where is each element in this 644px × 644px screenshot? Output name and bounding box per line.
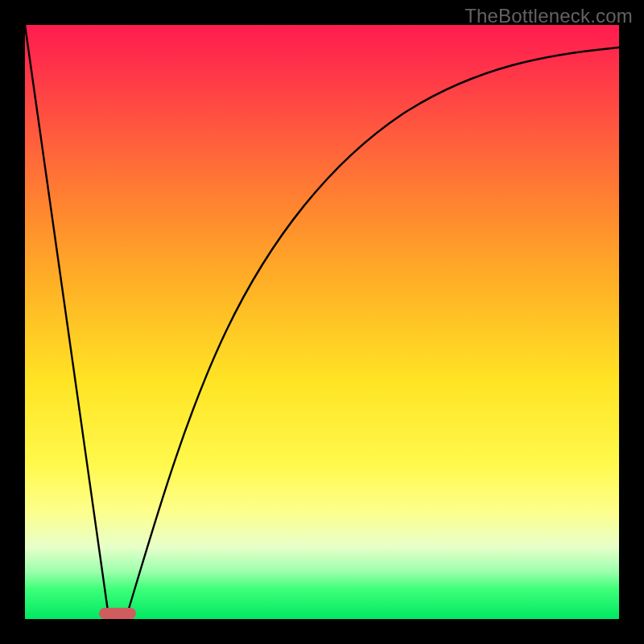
plot-area: [25, 25, 619, 619]
bottleneck-curve: [25, 25, 619, 619]
curve-right-limb: [126, 47, 619, 617]
curve-left-limb: [25, 25, 109, 617]
watermark-text: TheBottleneck.com: [464, 5, 633, 27]
chart-frame: TheBottleneck.com: [0, 0, 644, 644]
optimal-marker: [99, 608, 136, 619]
